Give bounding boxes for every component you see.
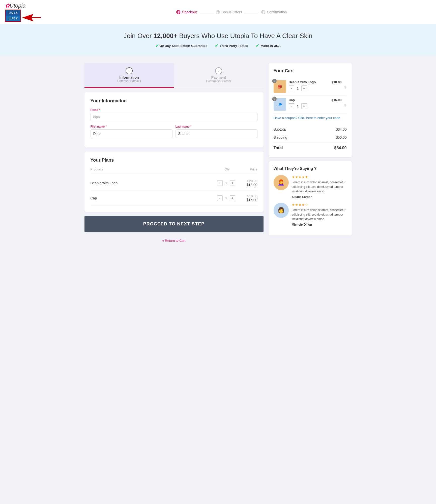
subtotal-label: Subtotal bbox=[274, 127, 286, 131]
header: ✿Utopia USD $ EUR € Checkout Bonus Offer… bbox=[0, 0, 436, 24]
tab-payment-sub: Confirm your order bbox=[178, 79, 259, 83]
reviewer-1-name: Stealla Larson bbox=[292, 195, 347, 199]
plans-title: Your Plans bbox=[91, 158, 257, 163]
left-column: 1 Information Enter your details 2 Payme… bbox=[84, 63, 264, 243]
reviewer-2-name: Michele Dillon bbox=[292, 223, 347, 226]
step-confirmation-label: Confirmation bbox=[267, 10, 287, 14]
firstname-input[interactable] bbox=[91, 129, 172, 138]
name-row: First name * Last name * bbox=[91, 125, 257, 141]
tab-num-2: 2 bbox=[215, 67, 222, 74]
reviewer-1-avatar: 👩‍🦰 bbox=[274, 175, 289, 190]
hero-highlight: 12,000+ bbox=[154, 32, 178, 40]
tab-payment[interactable]: 2 Payment Confirm your order bbox=[174, 63, 264, 88]
arrow-indicator bbox=[21, 14, 42, 22]
shipping-row: Shipping $50.00 bbox=[274, 133, 347, 141]
tab-information[interactable]: 1 Information Enter your details bbox=[84, 63, 174, 88]
price-current-2: $16.00 bbox=[237, 198, 257, 202]
qty-minus-1[interactable]: - bbox=[217, 180, 223, 186]
price-col-2: $18.00 $16.00 bbox=[237, 194, 257, 202]
cart-qty-minus-1[interactable]: - bbox=[289, 85, 294, 91]
cart-section: Your Cart 1 🎒 Beanie with Logo - 1 + $18… bbox=[269, 63, 352, 157]
cart-item-1-remove[interactable]: ⊗ bbox=[344, 85, 347, 89]
email-input[interactable] bbox=[91, 113, 257, 121]
eur-button[interactable]: EUR € bbox=[6, 16, 20, 21]
cart-item-1: 1 🎒 Beanie with Logo - 1 + $18.00 ⊗ bbox=[274, 78, 347, 96]
cart-item-2: 1 🧢 Cap - 1 + $16.00 ⊗ bbox=[274, 96, 347, 113]
col-products: Products bbox=[91, 167, 217, 171]
cart-qty-val-2: 1 bbox=[295, 104, 300, 108]
hero-badges: ✔ 30 Day Satisfaction Guarantee ✔ Third … bbox=[5, 43, 431, 48]
reviews-title: What They're Saying ? bbox=[274, 166, 347, 171]
cart-totals: Subtotal $34.00 Shipping $50.00 Total $8… bbox=[274, 125, 347, 152]
badge-usa-label: Made in USA bbox=[260, 44, 280, 48]
cart-badge-2: 1 bbox=[272, 97, 277, 101]
qty-plus-1[interactable]: + bbox=[230, 180, 235, 186]
cart-item-2-price: $16.00 bbox=[332, 98, 342, 102]
total-value: $84.00 bbox=[334, 146, 347, 150]
lastname-group: Last name * bbox=[176, 125, 257, 138]
lastname-input[interactable] bbox=[176, 129, 257, 138]
col-price: Price bbox=[237, 167, 257, 171]
firstname-group: First name * bbox=[91, 125, 172, 138]
qty-plus-2[interactable]: + bbox=[230, 195, 235, 201]
reviewer-1-avatar-icon: 👩‍🦰 bbox=[278, 179, 284, 186]
cart-title: Your Cart bbox=[274, 68, 347, 74]
step-bonus-label: Bonus Offers bbox=[221, 10, 242, 14]
plan-name-1: Beanie with Logo bbox=[91, 181, 217, 185]
check-icon-3: ✔ bbox=[256, 43, 259, 48]
tab-num-1: 1 bbox=[126, 67, 133, 74]
qty-val-1: 1 bbox=[224, 181, 229, 185]
col-qty: Qty bbox=[217, 167, 237, 171]
price-original-2: $18.00 bbox=[237, 194, 257, 198]
cart-qty-plus-1[interactable]: + bbox=[301, 85, 307, 91]
lastname-label: Last name * bbox=[176, 125, 257, 128]
badge-tested: ✔ Third Party Tested bbox=[215, 43, 248, 48]
hero-suffix: Buyers Who Use Utopia To Have A Clear Sk… bbox=[177, 32, 312, 40]
tab-information-title: Information bbox=[89, 75, 170, 79]
step-checkout[interactable]: Checkout bbox=[176, 10, 197, 14]
cart-qty-minus-2[interactable]: - bbox=[289, 103, 294, 109]
price-current-1: $18.00 bbox=[237, 183, 257, 187]
step-circle-3 bbox=[261, 10, 265, 14]
main-content: 1 Information Enter your details 2 Payme… bbox=[79, 63, 357, 243]
plans-section: Your Plans Products Qty Price Beanie wit… bbox=[84, 152, 264, 212]
step-bonus[interactable]: Bonus Offers bbox=[216, 10, 242, 14]
qty-control-2: - 1 + bbox=[217, 195, 237, 201]
email-label: Email * bbox=[91, 108, 257, 112]
svg-marker-0 bbox=[22, 14, 41, 21]
qty-val-2: 1 bbox=[224, 196, 229, 200]
cart-qty-val-1: 1 bbox=[295, 86, 300, 90]
check-icon-1: ✔ bbox=[155, 43, 159, 48]
review-2-text: Lorem ipsum dolor sit amet, consectetur … bbox=[292, 208, 347, 221]
checkout-tabs: 1 Information Enter your details 2 Payme… bbox=[84, 63, 264, 88]
svg-point-3 bbox=[262, 11, 264, 13]
badge-guarantee: ✔ 30 Day Satisfaction Guarantee bbox=[155, 43, 207, 48]
review-1: 👩‍🦰 ★★★★★ Lorem ipsum dolor sit amet, co… bbox=[274, 175, 347, 199]
cart-item-2-remove[interactable]: ⊗ bbox=[344, 103, 347, 107]
logo: ✿Utopia bbox=[5, 3, 26, 9]
proceed-button[interactable]: PROCEED TO NEXT STEP bbox=[84, 216, 264, 232]
cart-qty-plus-2[interactable]: + bbox=[301, 103, 307, 109]
information-section: Your Information Email * First name * La… bbox=[84, 92, 264, 147]
right-column: Your Cart 1 🎒 Beanie with Logo - 1 + $18… bbox=[269, 63, 352, 243]
coupon-link[interactable]: Have a coupon? Click here to enter your … bbox=[274, 113, 347, 122]
qty-minus-2[interactable]: - bbox=[217, 195, 223, 201]
review-2-content: ★★★★☆ Lorem ipsum dolor sit amet, consec… bbox=[292, 203, 347, 226]
email-group: Email * bbox=[91, 108, 257, 121]
total-label: Total bbox=[274, 146, 283, 150]
usd-button[interactable]: USD $ bbox=[6, 10, 20, 16]
review-1-text: Lorem ipsum dolor sit amet, consectetur … bbox=[292, 180, 347, 194]
step-confirmation[interactable]: Confirmation bbox=[261, 10, 287, 14]
shipping-value: $50.00 bbox=[336, 135, 347, 139]
tab-information-sub: Enter your details bbox=[89, 79, 170, 83]
logo-text: Utopia bbox=[10, 3, 26, 9]
return-to-cart-link[interactable]: « Return to Cart bbox=[84, 239, 264, 243]
email-label-text: Email * bbox=[91, 108, 100, 112]
cart-item-2-image: 1 🧢 bbox=[274, 98, 286, 111]
subtotal-value: $34.00 bbox=[336, 127, 347, 131]
currency-selector: USD $ EUR € bbox=[5, 10, 21, 22]
step-circle-1 bbox=[176, 10, 180, 14]
steps-nav: Checkout Bonus Offers Confirmation bbox=[32, 10, 431, 14]
step-line-1 bbox=[199, 12, 214, 12]
badge-usa: ✔ Made in USA bbox=[256, 43, 280, 48]
